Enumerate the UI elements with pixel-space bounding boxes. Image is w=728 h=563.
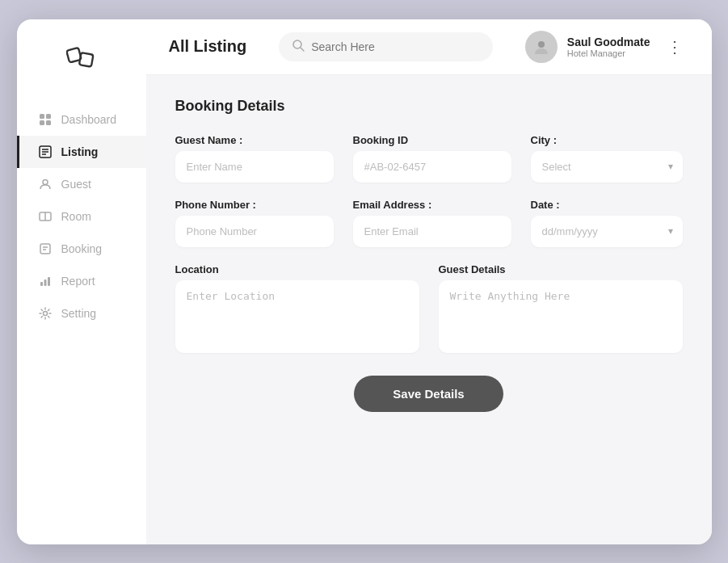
- svg-point-22: [538, 41, 545, 48]
- main-content: All Listing Saul Go: [146, 19, 712, 544]
- app-logo: [62, 39, 101, 78]
- sidebar-label-report: Report: [61, 275, 95, 288]
- guest-name-group: Guest Name :: [175, 134, 334, 183]
- city-group: City : Select ▾: [531, 134, 683, 183]
- city-select[interactable]: Select: [531, 151, 683, 183]
- save-row: Save Details: [175, 376, 683, 412]
- avatar: [525, 31, 558, 63]
- svg-rect-18: [48, 277, 50, 286]
- page-title: All Listing: [169, 37, 247, 56]
- guest-name-input[interactable]: [175, 151, 334, 183]
- booking-icon: [37, 242, 53, 255]
- date-group: Date : dd/mm/yyyy ▾: [531, 199, 683, 247]
- svg-point-10: [43, 179, 48, 184]
- user-info-area: Saul Goodmate Hotel Manager ⋮: [525, 31, 689, 63]
- email-label: Email Address :: [353, 199, 511, 211]
- date-select[interactable]: dd/mm/yyyy: [531, 216, 683, 247]
- sidebar-item-guest[interactable]: Guest: [17, 168, 146, 200]
- sidebar-label-guest: Guest: [61, 178, 91, 191]
- report-icon: [37, 275, 53, 288]
- sidebar-label-room: Room: [61, 210, 91, 223]
- sidebar-item-report[interactable]: Report: [17, 265, 146, 297]
- sidebar-label-setting: Setting: [61, 307, 97, 320]
- svg-rect-17: [44, 279, 46, 286]
- user-name: Saul Goodmate: [567, 36, 650, 48]
- sidebar-item-setting[interactable]: Setting: [17, 297, 146, 330]
- search-icon: [292, 39, 305, 55]
- header: All Listing Saul Go: [146, 19, 712, 75]
- content-area: Booking Details Guest Name : Booking ID …: [146, 75, 712, 544]
- date-label: Date :: [531, 199, 683, 211]
- svg-rect-16: [40, 282, 43, 286]
- more-options-button[interactable]: ⋮: [660, 34, 689, 60]
- svg-point-19: [43, 311, 47, 315]
- svg-rect-5: [46, 120, 51, 125]
- sidebar-item-dashboard[interactable]: Dashboard: [17, 103, 146, 136]
- sidebar-item-room[interactable]: Room: [17, 200, 146, 233]
- guest-name-label: Guest Name :: [175, 134, 334, 146]
- booking-id-input[interactable]: [353, 151, 511, 183]
- sidebar-label-booking: Booking: [61, 242, 103, 255]
- sidebar-label-listing: Listing: [61, 145, 99, 158]
- svg-rect-2: [40, 114, 44, 119]
- user-details: Saul Goodmate Hotel Manager: [567, 36, 650, 58]
- location-label: Location: [175, 263, 419, 275]
- guest-details-label: Guest Details: [439, 263, 683, 275]
- form-row-2: Phone Number : Email Address : Date : dd…: [175, 199, 683, 247]
- booking-id-label: Booking ID: [353, 134, 511, 146]
- form-row-1: Guest Name : Booking ID City : Select ▾: [175, 134, 683, 183]
- room-icon: [37, 210, 53, 223]
- phone-label: Phone Number :: [175, 199, 334, 211]
- email-input[interactable]: [353, 216, 511, 247]
- dashboard-icon: [37, 113, 53, 126]
- location-textarea[interactable]: [175, 280, 419, 353]
- sidebar: Dashboard Listing Guest: [17, 19, 146, 544]
- svg-rect-13: [40, 244, 50, 254]
- svg-rect-3: [46, 114, 51, 119]
- date-select-wrapper: dd/mm/yyyy ▾: [531, 216, 683, 247]
- location-group: Location: [175, 263, 419, 353]
- phone-input[interactable]: [175, 216, 334, 247]
- form-row-3: Location Guest Details: [175, 263, 683, 353]
- guest-icon: [37, 178, 53, 191]
- search-input[interactable]: [311, 40, 480, 53]
- listing-icon: [37, 145, 53, 158]
- section-title: Booking Details: [175, 98, 683, 115]
- svg-rect-4: [40, 120, 44, 125]
- save-details-button[interactable]: Save Details: [354, 376, 503, 412]
- email-group: Email Address :: [353, 199, 511, 247]
- guest-details-group: Guest Details: [439, 263, 683, 353]
- guest-details-textarea[interactable]: [439, 280, 683, 353]
- city-label: City :: [531, 134, 683, 146]
- svg-line-21: [301, 48, 304, 51]
- booking-id-group: Booking ID: [353, 134, 511, 183]
- user-role: Hotel Manager: [567, 48, 650, 58]
- sidebar-item-booking[interactable]: Booking: [17, 233, 146, 265]
- search-bar[interactable]: [279, 32, 493, 61]
- setting-icon: [37, 307, 53, 320]
- sidebar-item-listing[interactable]: Listing: [17, 136, 146, 168]
- city-select-wrapper: Select ▾: [531, 151, 683, 183]
- sidebar-label-dashboard: Dashboard: [61, 113, 117, 126]
- phone-group: Phone Number :: [175, 199, 334, 247]
